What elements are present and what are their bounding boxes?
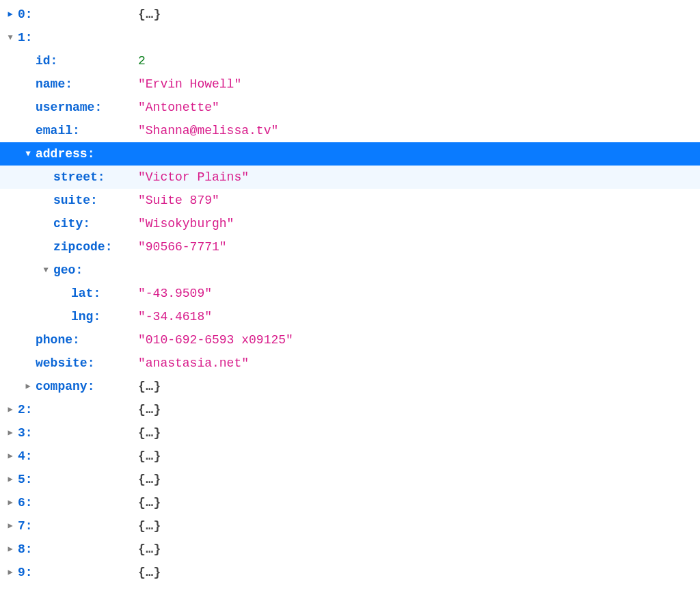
value-cell: "Antonette" xyxy=(138,101,219,114)
collapsed-object: {…} xyxy=(138,426,161,440)
chevron-right-icon[interactable]: ▶ xyxy=(5,452,15,460)
value-cell: "Suite 879" xyxy=(138,194,219,207)
key-colon: : xyxy=(90,194,98,207)
tree-row[interactable]: ▶lat:"-43.9509" xyxy=(0,282,700,305)
tree-row[interactable]: ▶username:"Antonette" xyxy=(0,96,700,119)
string-value: "Wisokyburgh" xyxy=(138,217,234,230)
property-key: address xyxy=(36,148,88,160)
key-colon: : xyxy=(65,78,72,90)
tree-row[interactable]: ▶website:"anastasia.net" xyxy=(0,352,700,375)
key-colon: : xyxy=(25,427,33,439)
tree-row[interactable]: ▶name:"Ervin Howell" xyxy=(0,73,700,96)
key-colon: : xyxy=(25,31,33,44)
key-colon: : xyxy=(93,311,100,323)
tree-row[interactable]: ▶4:{…} xyxy=(0,445,700,468)
key-colon: : xyxy=(25,8,33,21)
string-value: "Victor Plains" xyxy=(138,170,249,184)
collapsed-object: {…} xyxy=(138,542,161,556)
chevron-right-icon[interactable]: ▶ xyxy=(5,10,15,18)
chevron-right-icon[interactable]: ▶ xyxy=(5,522,15,530)
value-cell: "Victor Plains" xyxy=(138,171,249,183)
tree-row[interactable]: ▶phone:"010-692-6593 x09125" xyxy=(0,328,700,352)
number-value: 2 xyxy=(138,54,146,68)
tree-row[interactable]: ▼1: xyxy=(0,26,700,49)
value-cell: "Ervin Howell" xyxy=(138,78,241,90)
string-value: "Shanna@melissa.tv" xyxy=(138,124,278,137)
value-cell: {…} xyxy=(138,427,161,439)
chevron-right-icon[interactable]: ▶ xyxy=(5,545,15,553)
tree-row[interactable]: ▶company:{…} xyxy=(0,375,700,398)
chevron-right-icon[interactable]: ▶ xyxy=(5,568,15,577)
chevron-right-icon[interactable]: ▶ xyxy=(5,406,15,414)
string-value: "-43.9509" xyxy=(138,287,212,300)
tree-row[interactable]: ▶email:"Shanna@melissa.tv" xyxy=(0,119,700,142)
tree-row[interactable]: ▶lng:"-34.4618" xyxy=(0,305,700,328)
tree-row[interactable]: ▶street:"Victor Plains" xyxy=(0,166,700,189)
value-cell: "010-692-6593 x09125" xyxy=(138,334,293,346)
chevron-down-icon[interactable]: ▼ xyxy=(5,34,15,42)
tree-row[interactable]: ▶city:"Wisokyburgh" xyxy=(0,212,700,235)
property-key: zipcode xyxy=(53,241,105,253)
tree-row[interactable]: ▶suite:"Suite 879" xyxy=(0,189,700,212)
key-colon: : xyxy=(72,124,80,137)
property-key: username xyxy=(36,101,94,114)
tree-row[interactable]: ▶2:{…} xyxy=(0,398,700,421)
value-cell: {…} xyxy=(138,566,161,579)
property-key: 8 xyxy=(18,543,25,555)
tree-row[interactable]: ▶5:{…} xyxy=(0,468,700,491)
property-key: 9 xyxy=(18,566,25,579)
key-colon: : xyxy=(94,101,102,114)
collapsed-object: {…} xyxy=(138,449,161,463)
property-key: 7 xyxy=(18,520,25,532)
string-value: "Suite 879" xyxy=(138,194,219,207)
collapsed-object: {…} xyxy=(138,403,161,417)
value-cell: {…} xyxy=(138,450,161,462)
value-cell: {…} xyxy=(138,497,161,509)
tree-row[interactable]: ▶7:{…} xyxy=(0,514,700,538)
key-colon: : xyxy=(25,473,33,486)
property-key: lat xyxy=(71,287,93,300)
key-colon: : xyxy=(25,543,33,555)
property-key: phone xyxy=(36,334,72,346)
tree-row[interactable]: ▶9:{…} xyxy=(0,561,700,584)
json-tree: ▶0:{…}▼1:▶id:2▶name:"Ervin Howell"▶usern… xyxy=(0,0,700,584)
value-cell: 2 xyxy=(138,55,146,67)
tree-row[interactable]: ▶0:{…} xyxy=(0,3,700,26)
chevron-right-icon[interactable]: ▶ xyxy=(5,475,15,484)
tree-row[interactable]: ▶8:{…} xyxy=(0,538,700,561)
string-value: "Antonette" xyxy=(138,101,219,114)
collapsed-object: {…} xyxy=(138,566,161,579)
property-key: company xyxy=(36,380,88,393)
chevron-down-icon[interactable]: ▼ xyxy=(23,150,33,158)
property-key: 1 xyxy=(18,31,25,44)
chevron-right-icon[interactable]: ▶ xyxy=(5,429,15,437)
value-cell: {…} xyxy=(138,380,161,393)
tree-row[interactable]: ▶zipcode:"90566-7771" xyxy=(0,235,700,259)
key-colon: : xyxy=(83,218,90,230)
tree-row[interactable]: ▶id:2 xyxy=(0,49,700,73)
collapsed-object: {…} xyxy=(138,496,161,510)
property-key: lng xyxy=(71,311,93,323)
tree-row[interactable]: ▶6:{…} xyxy=(0,491,700,514)
tree-row[interactable]: ▶3:{…} xyxy=(0,421,700,445)
key-colon: : xyxy=(25,404,33,416)
key-colon: : xyxy=(25,566,33,579)
property-key: 0 xyxy=(18,8,25,21)
string-value: "Ervin Howell" xyxy=(138,77,241,91)
property-key: 6 xyxy=(18,497,25,509)
string-value: "010-692-6593 x09125" xyxy=(138,333,293,347)
tree-row[interactable]: ▼address: xyxy=(0,142,700,166)
chevron-down-icon[interactable]: ▼ xyxy=(41,266,51,274)
tree-row[interactable]: ▼geo: xyxy=(0,259,700,282)
property-key: 2 xyxy=(18,404,25,416)
key-colon: : xyxy=(105,241,113,253)
key-colon: : xyxy=(75,264,83,276)
chevron-right-icon[interactable]: ▶ xyxy=(5,499,15,507)
string-value: "90566-7771" xyxy=(138,240,227,254)
key-colon: : xyxy=(88,148,95,160)
key-colon: : xyxy=(25,497,33,509)
value-cell: {…} xyxy=(138,520,161,532)
value-cell: "-34.4618" xyxy=(138,311,212,323)
property-key: name xyxy=(36,78,65,90)
chevron-right-icon[interactable]: ▶ xyxy=(23,382,33,391)
